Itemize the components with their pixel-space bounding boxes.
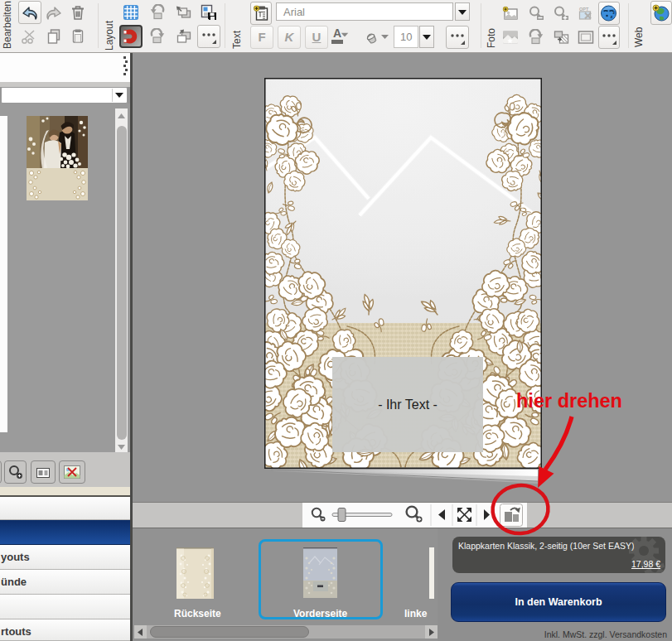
svg-text:OPT: OPT <box>579 7 589 12</box>
